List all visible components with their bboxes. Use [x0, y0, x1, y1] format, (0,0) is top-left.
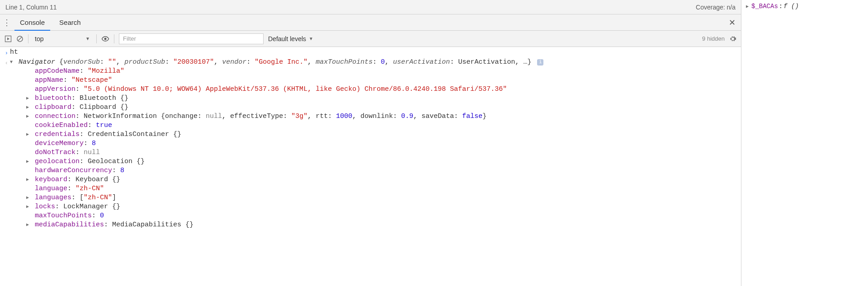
object-property[interactable]: hardwareConcurrency: 8 [23, 166, 736, 175]
property-key: language [35, 185, 67, 192]
object-property[interactable]: maxTouchPoints: 0 [23, 211, 736, 220]
scope-row[interactable]: $_BACAs: f () [746, 2, 863, 11]
hidden-messages-count[interactable]: 9 hidden [702, 35, 725, 42]
property-value: "Netscape" [71, 76, 112, 84]
object-property[interactable]: cookieEnabled: true [23, 121, 736, 130]
svg-line-2 [18, 37, 22, 41]
summary-value: "20030107" [173, 58, 214, 66]
property-key: appVersion [35, 85, 75, 93]
separator [28, 34, 28, 43]
console-messages[interactable]: › ht ‹ Navigator {vendorSub: "", product… [0, 47, 741, 286]
property-key: languages [35, 194, 71, 202]
object-property[interactable]: language: "zh-CN" [23, 184, 736, 193]
separator [96, 34, 97, 43]
summary-key: vendorSub [63, 58, 100, 66]
property-value: "zh-CN" [75, 185, 104, 192]
clear-console-icon[interactable] [16, 35, 24, 42]
info-icon[interactable]: i [537, 59, 543, 66]
expand-toggle[interactable] [26, 202, 31, 211]
property-value: Bluetooth {} [80, 94, 128, 102]
filter-input[interactable] [119, 33, 264, 44]
drawer-menu-icon[interactable]: ⋮ [3, 19, 11, 27]
tab-search[interactable]: Search [54, 15, 86, 30]
object-property[interactable]: languages: ["zh-CN"] [23, 193, 736, 202]
expand-toggle[interactable] [26, 157, 31, 166]
property-value: 8 [92, 140, 96, 147]
summary-value: "Google Inc." [255, 58, 307, 66]
expand-toggle[interactable] [26, 130, 31, 139]
object-property[interactable]: bluetooth: Bluetooth {} [23, 94, 736, 103]
property-value: LockManager {} [63, 203, 120, 211]
summary-key: maxTouchPoints [316, 58, 373, 66]
expand-toggle[interactable] [26, 220, 31, 230]
property-key: clipboard [35, 103, 71, 111]
summary-value: "" [108, 58, 116, 66]
object-property[interactable]: clipboard: Clipboard {} [23, 103, 736, 112]
property-key: hardwareConcurrency [35, 167, 112, 174]
property-value: true [96, 122, 112, 129]
summary-value: 0 [381, 58, 385, 66]
expand-toggle[interactable] [26, 112, 31, 121]
property-key: deviceMemory [35, 140, 84, 147]
ellipsis: , …} [515, 58, 531, 66]
object-property[interactable]: deviceMemory: 8 [23, 139, 736, 148]
drawer-tabs: ⋮ Console Search ✕ [0, 14, 741, 31]
expand-toggle[interactable] [10, 58, 14, 67]
object-property[interactable]: appCodeName: "Mozilla" [23, 67, 736, 76]
object-property[interactable]: keyboard: Keyboard {} [23, 175, 736, 184]
property-value: 8 [120, 167, 124, 174]
property-value: 0 [100, 212, 104, 220]
summary-value: UserActivation [458, 58, 515, 66]
property-value: CredentialsContainer {} [88, 131, 181, 138]
object-property[interactable]: doNotTrack: null [23, 148, 736, 157]
execute-icon[interactable] [5, 35, 12, 42]
property-key: appCodeName [35, 67, 80, 75]
property-key: bluetooth [35, 94, 71, 102]
close-drawer-icon[interactable]: ✕ [726, 18, 738, 28]
summary-key: userActivation [393, 58, 450, 66]
property-key: credentials [35, 131, 80, 138]
object-property[interactable]: connection: NetworkInformation {onchange… [23, 112, 736, 121]
chevron-down-icon: ▼ [85, 36, 90, 41]
property-key: locks [35, 203, 55, 211]
property-key: mediaCapabilities [35, 221, 104, 229]
log-levels-selector[interactable]: Default levels ▼ [268, 35, 313, 42]
separator [114, 34, 114, 43]
object-property[interactable]: credentials: CredentialsContainer {} [23, 130, 736, 139]
coverage-indicator: Coverage: n/a [696, 4, 736, 11]
property-key: appName [35, 76, 63, 84]
summary-key: vendor [222, 58, 246, 66]
object-property[interactable]: appName: "Netscape" [23, 76, 736, 85]
expand-toggle[interactable] [26, 193, 31, 202]
object-class-name: Navigator [19, 58, 55, 66]
expand-toggle[interactable] [746, 4, 750, 9]
object-property[interactable]: geolocation: Geolocation {} [23, 157, 736, 166]
scope-value: f () [783, 3, 799, 10]
property-value: "Mozilla" [88, 67, 124, 75]
output-line: ‹ Navigator {vendorSub: "", productSub: … [0, 58, 741, 230]
prompt-icon: › [5, 49, 8, 58]
console-toolbar: top ▼ Default levels ▼ 9 hidden [0, 31, 741, 47]
property-value: Clipboard {} [80, 103, 128, 111]
execution-context-selector[interactable]: top ▼ [33, 35, 92, 42]
scope-panel: $_BACAs: f () [741, 0, 868, 286]
gear-icon[interactable] [729, 35, 736, 42]
editor-status-bar: Line 1, Column 11 Coverage: n/a [0, 0, 741, 14]
scope-key: $_BACAs [751, 3, 778, 10]
input-text: ht [10, 48, 741, 57]
object-property[interactable]: mediaCapabilities: MediaCapabilities {} [23, 220, 736, 230]
expand-toggle[interactable] [26, 175, 31, 184]
property-key: keyboard [35, 176, 67, 183]
object-property[interactable]: locks: LockManager {} [23, 202, 736, 211]
property-value: NetworkInformation { [84, 113, 165, 120]
property-value: [ [80, 194, 84, 202]
expand-toggle[interactable] [26, 94, 31, 103]
property-value: Geolocation {} [88, 158, 145, 165]
property-key: doNotTrack [35, 149, 75, 156]
expand-toggle[interactable] [26, 103, 31, 112]
object-property[interactable]: appVersion: "5.0 (Windows NT 10.0; WOW64… [23, 85, 736, 94]
tab-console[interactable]: Console [14, 15, 50, 30]
property-value: MediaCapabilities {} [112, 221, 193, 229]
eye-icon[interactable] [101, 35, 109, 42]
property-key: cookieEnabled [35, 122, 88, 129]
